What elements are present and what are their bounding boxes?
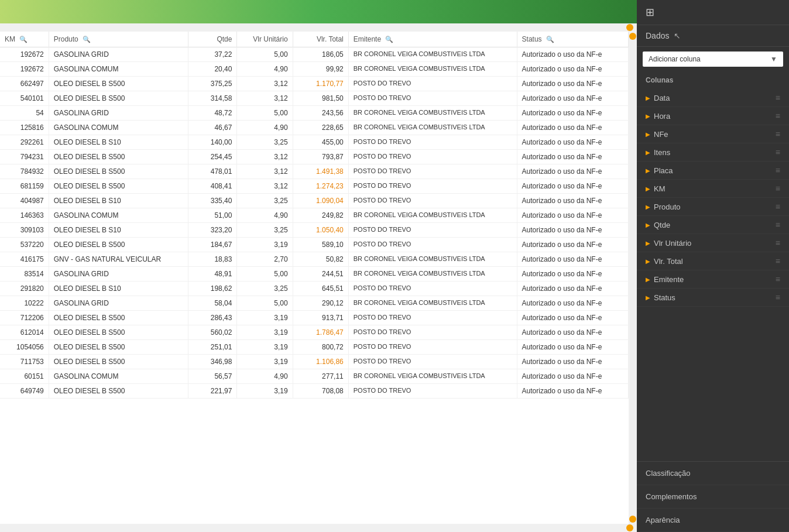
table-row[interactable]: 83514 GASOLINA GRID 48,91 5,00 244,51 BR… [0,267,629,282]
drag-handle-icon[interactable]: ≡ [776,166,780,175]
table-row[interactable]: 416175 GNV - GAS NATURAL VEICULAR 18,83 … [0,252,629,267]
table-row[interactable]: 192672 GASOLINA COMUM 20,40 4,90 99,92 B… [0,62,629,77]
column-arrow-icon: ▶ [646,149,650,156]
sidebar-column-col-nfe[interactable]: ▶ NFe ≡ [637,125,789,143]
table-row[interactable]: 192672 GASOLINA GRID 37,22 5,00 186,05 B… [0,47,629,62]
sidebar-column-col-placa[interactable]: ▶ Placa ≡ [637,162,789,180]
cell-qtde: 286,43 [188,311,237,325]
cell-vlr-total: 589,10 [293,238,348,252]
sidebar-column-col-hora[interactable]: ▶ Hora ≡ [637,107,789,125]
table-row[interactable]: 794231 OLEO DIESEL B S500 254,45 3,12 79… [0,150,629,164]
table-row[interactable]: 662497 OLEO DIESEL B S500 375,25 3,12 1.… [0,77,629,91]
table-row[interactable]: 60151 GASOLINA COMUM 56,57 4,90 277,11 B… [0,369,629,384]
table-row[interactable]: 54 GASOLINA GRID 48,72 5,00 243,56 BR CO… [0,106,629,121]
vertical-scrollbar[interactable] [629,32,637,524]
add-column-button[interactable]: Adicionar coluna ▼ [643,52,783,67]
header-km: KM 🔍 [0,32,49,47]
drag-handle-icon[interactable]: ≡ [776,220,780,229]
sidebar-bottom-classificação[interactable]: Classificação [637,462,789,485]
table-row[interactable]: 1054056 OLEO DIESEL B S500 251,01 3,19 8… [0,340,629,355]
column-item-left: ▶ Emitente [646,275,684,284]
sidebar-column-col-vlr-total[interactable]: ▶ Vlr. Total ≡ [637,252,789,270]
table-wrapper[interactable]: KM 🔍 Produto 🔍 Qtde Vlr Unit [0,32,629,524]
cell-qtde: 221,97 [188,384,237,399]
cell-vlr-unit: 3,25 [237,135,293,150]
sidebar-bottom-complementos[interactable]: Complementos [637,485,789,509]
cell-vlr-total: 290,12 [293,296,348,311]
cell-status: Autorizado o uso da NF-e [517,340,628,355]
horizontal-scroll-bottom[interactable] [0,524,637,532]
drag-handle-icon[interactable]: ≡ [776,202,780,211]
table-row[interactable]: 712206 OLEO DIESEL B S500 286,43 3,19 91… [0,311,629,325]
add-column-label: Adicionar coluna [649,55,701,63]
horizontal-scroll-top[interactable] [0,23,637,32]
table-container: KM 🔍 Produto 🔍 Qtde Vlr Unit [0,23,637,532]
cell-vlr-total: 1.050,40 [293,223,348,238]
cell-produto: GASOLINA GRID [49,267,188,282]
cell-qtde: 37,22 [188,47,237,62]
cell-qtde: 198,62 [188,282,237,296]
cell-produto: OLEO DIESEL B S500 [49,150,188,164]
sidebar-column-col-vlr-unitario[interactable]: ▶ Vlr Unitário ≡ [637,234,789,252]
sidebar-column-col-produto[interactable]: ▶ Produto ≡ [637,198,789,216]
search-km-icon[interactable]: 🔍 [19,36,28,43]
table-row[interactable]: 537220 OLEO DIESEL B S500 184,67 3,19 58… [0,238,629,252]
drag-handle-icon[interactable]: ≡ [776,93,780,102]
sidebar-column-col-status[interactable]: ▶ Status ≡ [637,289,789,307]
table-row[interactable]: 125816 GASOLINA COMUM 46,67 4,90 228,65 … [0,121,629,135]
search-status-icon[interactable]: 🔍 [546,36,554,43]
cell-status: Autorizado o uso da NF-e [517,252,628,267]
sidebar-column-col-qtde[interactable]: ▶ Qtde ≡ [637,216,789,234]
drag-handle-icon[interactable]: ≡ [776,184,780,193]
cell-vlr-total: 455,00 [293,135,348,150]
cell-qtde: 51,00 [188,208,237,223]
table-row[interactable]: 681159 OLEO DIESEL B S500 408,41 3,12 1.… [0,179,629,194]
drag-handle-icon[interactable]: ≡ [776,274,780,284]
column-list: ▶ Data ≡ ▶ Hora ≡ ▶ NFe ≡ ▶ Itens ≡ ▶ Pl… [637,89,789,461]
drag-handle-icon[interactable]: ≡ [776,129,780,139]
cell-vlr-unit: 3,19 [237,355,293,369]
cell-status: Autorizado o uso da NF-e [517,223,628,238]
sidebar-bottom-aparência[interactable]: Aparência [637,509,789,532]
cell-qtde: 375,25 [188,77,237,91]
sidebar-column-col-km[interactable]: ▶ KM ≡ [637,180,789,198]
cell-km: 309103 [0,223,49,238]
table-header-row: KM 🔍 Produto 🔍 Qtde Vlr Unit [0,32,629,47]
cell-produto: GASOLINA COMUM [49,121,188,135]
content-with-scrollbar: KM 🔍 Produto 🔍 Qtde Vlr Unit [0,32,637,524]
drag-handle-icon[interactable]: ≡ [776,293,780,302]
sidebar-column-col-emitente[interactable]: ▶ Emitente ≡ [637,270,789,289]
header-status: Status 🔍 [517,32,628,47]
table-row[interactable]: 309103 OLEO DIESEL B S10 323,20 3,25 1.0… [0,223,629,238]
table-row[interactable]: 540101 OLEO DIESEL B S500 314,58 3,12 98… [0,91,629,106]
cell-vlr-total: 249,82 [293,208,348,223]
drag-handle-icon[interactable]: ≡ [776,238,780,248]
drag-handle-icon[interactable]: ≡ [776,147,780,157]
cell-vlr-unit: 4,90 [237,121,293,135]
table-row[interactable]: 649749 OLEO DIESEL B S500 221,97 3,19 70… [0,384,629,399]
table-row[interactable]: 292261 OLEO DIESEL B S10 140,00 3,25 455… [0,135,629,150]
table-row[interactable]: 404987 OLEO DIESEL B S10 335,40 3,25 1.0… [0,194,629,208]
dados-section[interactable]: Dados ↖ [637,25,789,47]
column-arrow-icon: ▶ [646,131,650,138]
cell-vlr-total: 981,50 [293,91,348,106]
header-vlr-total-label: Vlr. Total [317,35,344,43]
table-row[interactable]: 291820 OLEO DIESEL B S10 198,62 3,25 645… [0,282,629,296]
column-arrow-icon: ▶ [646,167,650,174]
table-row[interactable]: 10222 GASOLINA GRID 58,04 5,00 290,12 BR… [0,296,629,311]
table-row[interactable]: 146363 GASOLINA COMUM 51,00 4,90 249,82 … [0,208,629,223]
search-emitente-icon[interactable]: 🔍 [385,36,393,43]
table-row[interactable]: 784932 OLEO DIESEL B S500 478,01 3,12 1.… [0,164,629,179]
drag-handle-icon[interactable]: ≡ [776,256,780,266]
table-row[interactable]: 711753 OLEO DIESEL B S500 346,98 3,19 1.… [0,355,629,369]
table-row[interactable]: 612014 OLEO DIESEL B S500 560,02 3,19 1.… [0,325,629,340]
cell-produto: GASOLINA GRID [49,106,188,121]
column-arrow-icon: ▶ [646,276,650,283]
drag-handle-icon[interactable]: ≡ [776,111,780,121]
sidebar-column-col-data[interactable]: ▶ Data ≡ [637,89,789,107]
sidebar-column-col-itens[interactable]: ▶ Itens ≡ [637,143,789,162]
header-vlr-total: Vlr. Total [293,32,348,47]
header-emitente: Emitente 🔍 [348,32,517,47]
cell-vlr-unit: 3,25 [237,194,293,208]
search-produto-icon[interactable]: 🔍 [83,36,91,43]
